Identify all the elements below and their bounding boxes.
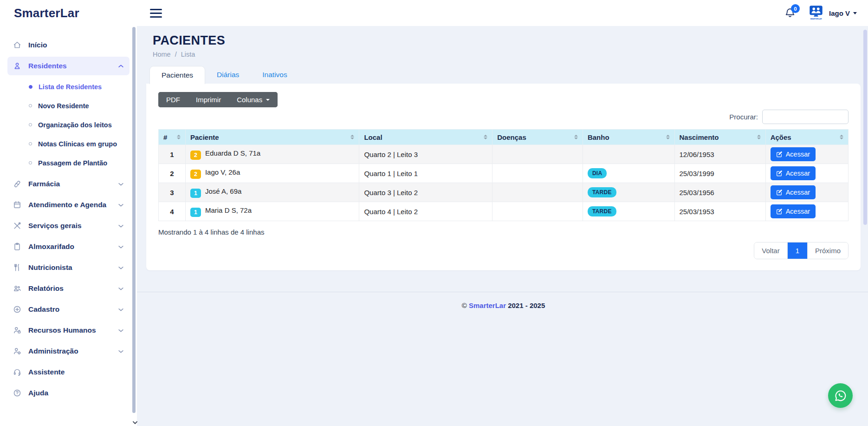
sidebar-item-farmacia[interactable]: Farmácia xyxy=(7,175,130,193)
sidebar-item-label: Administração xyxy=(28,347,78,355)
columns-dropdown-button[interactable]: Colunas xyxy=(229,92,278,107)
whatsapp-button[interactable] xyxy=(828,383,853,408)
footer: © SmarterLar 2021 - 2025 xyxy=(146,292,861,319)
sidebar-item-label: Cadastro xyxy=(28,305,59,314)
tab-inativos[interactable]: Inativos xyxy=(251,66,298,84)
patient-name: José A, 69a xyxy=(205,187,241,195)
chevron-down-icon xyxy=(118,348,124,354)
sidebar-item-ajuda[interactable]: Ajuda xyxy=(7,384,130,402)
sidebar-item-relatorios[interactable]: Relatórios xyxy=(7,279,130,298)
count-badge: 1 xyxy=(190,208,201,217)
chevron-down-icon xyxy=(118,286,124,292)
sidebar-item-inicio[interactable]: Início xyxy=(7,36,130,54)
doencas-cell xyxy=(492,183,583,202)
access-button[interactable]: Acessar xyxy=(771,166,816,180)
banho-badge: TARDE xyxy=(588,206,616,216)
column-header-num[interactable]: # xyxy=(159,130,186,145)
sidebar-item-cadastro[interactable]: Cadastro xyxy=(7,300,130,319)
acoes-cell: Acessar xyxy=(765,183,848,202)
banho-badge: TARDE xyxy=(588,187,616,197)
sidebar-item-novo-residente[interactable]: Novo Residente xyxy=(0,96,137,115)
breadcrumb-current: Lista xyxy=(181,51,195,58)
pdf-button[interactable]: PDF xyxy=(158,92,188,107)
print-button[interactable]: Imprimir xyxy=(188,92,229,107)
sidebar-item-label: Almoxarifado xyxy=(28,242,74,251)
row-number: 2 xyxy=(159,164,186,183)
scrollbar-thumb[interactable] xyxy=(132,27,136,413)
scrollbar-thumb[interactable] xyxy=(863,30,867,225)
chevron-down-icon xyxy=(118,328,124,334)
table-row: 3 1José A, 69a Quarto 3 | Leito 2 TARDE … xyxy=(159,183,849,202)
footer-brand: SmarterLar xyxy=(469,301,506,309)
column-header-banho[interactable]: Banho xyxy=(583,130,674,145)
menu-toggle-icon[interactable] xyxy=(150,9,162,18)
banho-cell: TARDE xyxy=(583,183,674,202)
access-button[interactable]: Acessar xyxy=(771,185,816,199)
pagination-prev-button[interactable]: Voltar xyxy=(754,242,787,259)
search-input[interactable] xyxy=(762,110,849,124)
column-header-doencas[interactable]: Doenças xyxy=(492,130,583,145)
column-header-paciente[interactable]: Paciente xyxy=(185,130,359,145)
person-gear-icon xyxy=(13,347,21,355)
svg-text:SMARTERLAR: SMARTERLAR xyxy=(810,18,822,20)
patient-cell: 1Maria D S, 72a xyxy=(185,202,359,221)
user-menu[interactable]: Iago V xyxy=(829,9,857,17)
sidebar-item-almoxarifado[interactable]: Almoxarifado xyxy=(7,237,130,256)
access-button[interactable]: Acessar xyxy=(771,204,816,218)
people-group-icon xyxy=(13,284,21,293)
local-cell: Quarto 2 | Leito 3 xyxy=(359,145,492,164)
count-badge: 2 xyxy=(190,151,201,160)
breadcrumb-home[interactable]: Home xyxy=(153,51,171,58)
column-header-acoes[interactable]: Ações xyxy=(765,130,848,145)
chevron-down-icon xyxy=(118,265,124,271)
export-toolbar: PDF Imprimir Colunas xyxy=(158,92,849,107)
person-icon xyxy=(13,62,21,70)
sidebar-scrollbar[interactable] xyxy=(132,27,136,425)
sidebar-item-administracao[interactable]: Administração xyxy=(7,342,130,360)
whatsapp-icon xyxy=(834,389,848,403)
search-label: Procurar: xyxy=(729,113,758,121)
sidebar-item-lista-de-residentes[interactable]: Lista de Residentes xyxy=(0,77,137,96)
tab-bar: Pacientes Diárias Inativos xyxy=(149,66,861,84)
sidebar-item-label: Assistente xyxy=(28,368,65,376)
tab-diarias[interactable]: Diárias xyxy=(205,66,251,84)
person-lock-icon xyxy=(13,326,21,334)
table-search: Procurar: xyxy=(158,110,849,124)
chevron-up-icon xyxy=(118,63,124,69)
table-info: Mostrando 1 à 4 linhas de 4 linhas xyxy=(158,228,849,236)
headset-icon xyxy=(13,368,21,376)
avatar[interactable]: SMARTERLAR xyxy=(808,4,824,22)
bullet-icon xyxy=(29,85,32,89)
sidebar-item-nutricionista[interactable]: Nutricionista xyxy=(7,258,130,277)
sidebar-item-label: Ajuda xyxy=(28,389,48,397)
column-header-nascimento[interactable]: Nascimento xyxy=(674,130,765,145)
sidebar-item-passagem-de-plantao[interactable]: Passagem de Plantão xyxy=(0,153,137,172)
pagination-page-1[interactable]: 1 xyxy=(788,242,807,259)
tab-pacientes[interactable]: Pacientes xyxy=(149,66,205,84)
sidebar-item-servicos-gerais[interactable]: Serviços gerais xyxy=(7,216,130,235)
banho-badge: DIA xyxy=(588,168,607,178)
sidebar-item-notas-clinicas-em-grupo[interactable]: Notas Clínicas em grupo xyxy=(0,134,137,153)
patient-name: Iago V, 26a xyxy=(205,168,240,176)
chevron-down-icon xyxy=(118,181,124,187)
nascimento-cell: 12/06/1953 xyxy=(674,145,765,164)
sidebar-item-label: Início xyxy=(28,41,47,49)
pagination-next-button[interactable]: Próximo xyxy=(807,242,848,259)
pencil-square-icon xyxy=(776,189,783,196)
chevron-down-icon xyxy=(118,307,124,313)
sidebar-item-atendimento-e-agenda[interactable]: Atendimento e Agenda xyxy=(7,196,130,214)
acoes-cell: Acessar xyxy=(765,145,848,164)
column-header-local[interactable]: Local xyxy=(359,130,492,145)
sidebar-item-residentes[interactable]: Residentes xyxy=(7,57,130,75)
notifications-button[interactable]: 0 xyxy=(784,7,796,19)
app-logo[interactable]: SmarterLar xyxy=(0,6,137,20)
sidebar-item-organizacao-dos-leitos[interactable]: Organização dos leitos xyxy=(0,115,137,134)
sidebar-item-recursos-humanos[interactable]: Recursos Humanos xyxy=(7,321,130,340)
acoes-cell: Acessar xyxy=(765,202,848,221)
window-scrollbar[interactable] xyxy=(863,26,868,426)
nascimento-cell: 25/03/1999 xyxy=(674,164,765,183)
access-button[interactable]: Acessar xyxy=(771,147,816,161)
sidebar-item-label: Lista de Residentes xyxy=(39,83,102,91)
sidebar-item-assistente[interactable]: Assistente xyxy=(7,363,130,381)
avatar-monitor xyxy=(810,6,822,15)
